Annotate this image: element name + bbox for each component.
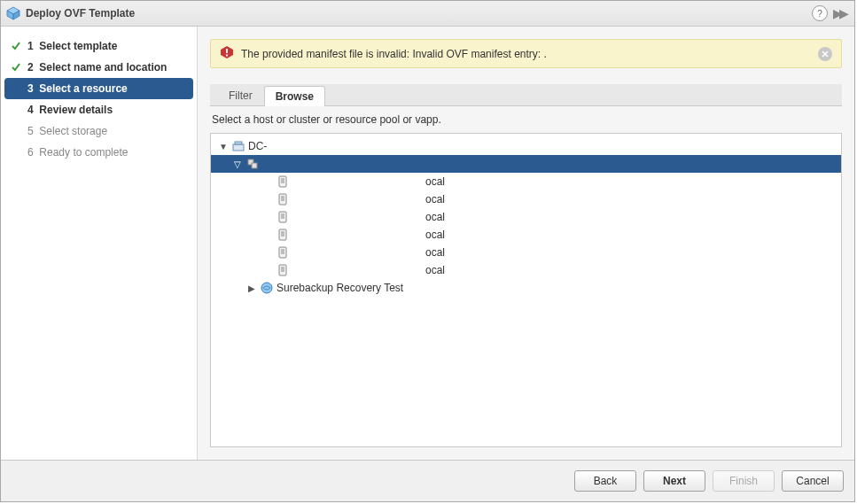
collapse-icon[interactable]: ▽ [232, 159, 243, 169]
tab-body-browse: Select a host or cluster or resource poo… [210, 106, 842, 460]
step-select-name-location[interactable]: 2 Select name and location [1, 57, 197, 78]
close-icon[interactable] [818, 47, 832, 61]
tab-browse[interactable]: Browse [264, 86, 325, 106]
svg-rect-10 [279, 176, 286, 187]
tree-node-label: ocal [292, 211, 445, 223]
tree-node-label: ocal [292, 229, 445, 241]
wizard-footer: Back Next Finish Cancel [1, 460, 854, 501]
check-icon [10, 40, 22, 52]
ovf-cube-icon [6, 6, 20, 20]
right-pane: The provided manifest file is invalid: I… [198, 27, 854, 460]
help-icon[interactable]: ? [812, 5, 828, 21]
finish-button: Finish [713, 470, 775, 492]
tree-node-label: ocal [292, 264, 445, 276]
host-icon [276, 245, 290, 260]
svg-rect-4 [226, 49, 228, 53]
error-icon [220, 45, 234, 62]
cluster-icon [245, 157, 260, 171]
step-select-resource[interactable]: 3 Select a resource [4, 78, 193, 99]
tab-strip: Filter Browse [210, 84, 842, 106]
titlebar: Deploy OVF Template ? ▶▶ [1, 1, 854, 27]
cancel-button[interactable]: Cancel [782, 470, 844, 492]
collapse-icon[interactable]: ▼ [218, 142, 229, 151]
step-select-storage: 5 Select storage [1, 120, 197, 142]
svg-rect-14 [279, 194, 286, 205]
step-ready-complete: 6 Ready to complete [1, 142, 197, 163]
tree-node-host[interactable]: ocal [211, 208, 841, 226]
next-button[interactable]: Next [643, 470, 705, 492]
tree-node-datacenter[interactable]: ▼ DC- [211, 137, 841, 155]
tree-node-label: DC- [248, 140, 267, 152]
host-icon [276, 263, 290, 277]
vapp-icon [260, 281, 274, 295]
tree-node-host[interactable]: ocal [211, 244, 841, 261]
host-icon [276, 174, 290, 189]
host-icon [276, 210, 290, 224]
host-icon [276, 228, 290, 242]
svg-rect-22 [279, 229, 286, 240]
tree-node-vapp[interactable]: ▶ Surebackup Recovery Test [211, 279, 841, 297]
svg-rect-30 [279, 265, 286, 275]
resource-tree[interactable]: ▼ DC- ▽ [210, 133, 842, 447]
check-icon [10, 61, 22, 74]
wizard-window: Deploy OVF Template ? ▶▶ 1 Select templa… [0, 0, 855, 502]
tree-node-cluster[interactable]: ▽ [211, 155, 841, 173]
svg-rect-9 [252, 163, 257, 168]
tree-node-host[interactable]: ocal [211, 173, 841, 190]
tree-node-label: ocal [292, 246, 445, 259]
instruction-text: Select a host or cluster or resource poo… [212, 113, 842, 126]
step-select-template[interactable]: 1 Select template [1, 35, 197, 57]
tab-filter[interactable]: Filter [217, 85, 264, 105]
svg-rect-6 [233, 144, 244, 151]
alert-banner: The provided manifest file is invalid: I… [210, 39, 842, 68]
datacenter-icon [231, 139, 245, 153]
back-button[interactable]: Back [574, 470, 636, 492]
alert-message: The provided manifest file is invalid: I… [241, 48, 811, 60]
host-icon [276, 192, 290, 206]
expand-arrows-icon[interactable]: ▶▶ [833, 6, 849, 20]
tree-node-host[interactable]: ocal [211, 190, 841, 208]
tree-node-host[interactable]: ocal [211, 226, 841, 244]
svg-rect-26 [279, 247, 286, 258]
tree-node-label: ocal [292, 193, 445, 205]
svg-rect-5 [226, 55, 228, 57]
svg-rect-7 [235, 142, 242, 144]
step-review-details[interactable]: 4 Review details [1, 99, 197, 120]
tree-node-label: ocal [292, 175, 445, 188]
tree-node-label: Surebackup Recovery Test [277, 282, 403, 294]
wizard-steps: 1 Select template 2 Select name and loca… [1, 27, 198, 460]
tree-node-host[interactable]: ocal [211, 261, 841, 279]
expand-icon[interactable]: ▶ [246, 283, 257, 293]
window-title: Deploy OVF Template [26, 7, 806, 19]
svg-rect-18 [279, 212, 286, 222]
